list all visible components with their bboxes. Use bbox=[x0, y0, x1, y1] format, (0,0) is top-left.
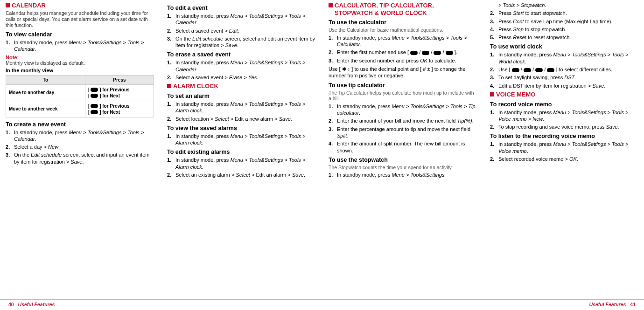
column-4: > Tools > Stopwatch. Press Start to star… bbox=[490, 2, 638, 180]
button-icon bbox=[91, 94, 98, 98]
sec-use-stopwatch: To use the stopwatch bbox=[329, 157, 477, 163]
square-icon bbox=[329, 3, 333, 7]
tip-desc: The Tip Calculator helps you calculate h… bbox=[329, 90, 477, 102]
step: On the Edit schedule screen, select and … bbox=[167, 35, 315, 49]
step: In standby mode, press Menu > Tools&Sett… bbox=[490, 141, 638, 154]
step: Select location > Select > Edit a new al… bbox=[167, 116, 315, 122]
step: Use [ / / / ] to select different cities… bbox=[490, 66, 638, 73]
note-label: Note: bbox=[6, 55, 154, 60]
sec-world-clock: To use world clock bbox=[490, 43, 638, 50]
edit-event-steps: In standby mode, press Menu > Tools&Sett… bbox=[167, 13, 315, 48]
table-cell: Move to another day bbox=[6, 84, 85, 101]
button-icon bbox=[512, 68, 519, 72]
square-icon bbox=[167, 84, 171, 88]
step: In standby mode, press Menu > Tools&Sett… bbox=[329, 172, 477, 178]
table-cell: Move to another week bbox=[6, 101, 85, 117]
step: Select a day > New. bbox=[6, 144, 154, 150]
view-alarms-steps: In standby mode, press Menu > Tools&Sett… bbox=[167, 133, 315, 146]
step: In standby mode, press Menu > Tools&Sett… bbox=[490, 109, 638, 123]
step: Select an existing alarm > Select > Edit… bbox=[167, 172, 315, 178]
step: In standby mode, press Menu > Tools&Sett… bbox=[6, 39, 154, 53]
sec-listen-memo: To listen to the recording voice memo bbox=[490, 133, 638, 139]
step: To stop recording and save voice memo, p… bbox=[490, 124, 638, 130]
heading-calendar: CALENDAR bbox=[6, 2, 154, 9]
create-event-steps: In standby mode, press Menu > Tools&Sett… bbox=[6, 129, 154, 165]
column-3: CALCULATOR, TIP CALCULATOR, STOPWATCH & … bbox=[329, 2, 477, 180]
table-row: Move to another week [ ] for Previous [ … bbox=[6, 101, 154, 117]
footer-left: 40 Useful Features bbox=[6, 302, 55, 307]
step: In standby mode, press Menu > Tools&Sett… bbox=[329, 103, 477, 117]
record-memo-steps: In standby mode, press Menu > Tools&Sett… bbox=[490, 109, 638, 131]
page-footer: 40 Useful Features Useful Features 41 bbox=[0, 299, 644, 307]
star-icon: ✱ bbox=[342, 66, 346, 72]
calc-desc: Use the Calculator for basic mathematica… bbox=[329, 27, 477, 33]
edit-alarms-steps: In standby mode, press Menu > Tools&Sett… bbox=[167, 157, 315, 178]
button-icon bbox=[535, 68, 543, 72]
step: Press Reset to reset stopwatch. bbox=[490, 34, 638, 41]
calc-note: Use [ ✱ ↕ ] to use the decimal point and… bbox=[329, 66, 477, 79]
sec-erase-event: To erase a saved event bbox=[167, 51, 315, 58]
footer-right: Useful Features 41 bbox=[589, 302, 638, 307]
button-icon bbox=[91, 88, 98, 92]
view-calendar-steps: In standby mode, press Menu > Tools&Sett… bbox=[6, 39, 154, 53]
sec-create-event: To create a new event bbox=[6, 121, 154, 128]
button-icon bbox=[524, 68, 531, 72]
hash-icon: # bbox=[423, 66, 426, 72]
step: In standby mode, press Menu > Tools&Sett… bbox=[329, 34, 477, 48]
sec-use-tip: To use tip calculator bbox=[329, 82, 477, 89]
page-number: 41 bbox=[630, 302, 636, 307]
step: Press Stop to stop stopwatch. bbox=[490, 26, 638, 33]
step: Enter the amount of split number. The ne… bbox=[329, 140, 477, 154]
tip-steps: In standby mode, press Menu > Tools&Sett… bbox=[329, 103, 477, 154]
step: In standby mode, press Menu > Tools&Sett… bbox=[6, 129, 154, 143]
stopwatch-steps-cont: Press Start to start stopwatch. Press Co… bbox=[490, 10, 638, 41]
sec-edit-alarms: To edit existing alarms bbox=[167, 149, 315, 155]
table-header: Press bbox=[85, 75, 154, 84]
step: Enter the amount of your bill and move t… bbox=[329, 117, 477, 124]
sec-edit-event: To edit a event bbox=[167, 5, 315, 11]
stopwatch-start-steps: In standby mode, press Menu > Tools&Sett… bbox=[329, 172, 477, 178]
button-icon bbox=[446, 51, 453, 55]
button-icon bbox=[547, 68, 554, 72]
step: Select a saved event > Edit. bbox=[167, 28, 315, 34]
listen-memo-steps: In standby mode, press Menu > Tools&Sett… bbox=[490, 141, 638, 162]
step: Select recorded voice memo > OK. bbox=[490, 156, 638, 162]
step: To set daylight saving, press DST. bbox=[490, 74, 638, 81]
button-icon bbox=[422, 51, 429, 55]
note-text: Monthly view is displayed as default. bbox=[6, 60, 154, 66]
table-cell: [ ] for Previous [ ] for Next bbox=[85, 84, 154, 101]
world-clock-steps: In standby mode, press Menu > Tools&Sett… bbox=[490, 51, 638, 89]
sec-view-calendar: To view calendar bbox=[6, 31, 154, 38]
square-icon bbox=[6, 3, 10, 7]
step: Enter the first number and use [ / / / ]… bbox=[329, 49, 477, 55]
monthly-view-table: To Press Move to another day [ ] for Pre… bbox=[6, 75, 154, 117]
button-icon bbox=[410, 51, 418, 55]
footer-title: Useful Features bbox=[18, 302, 55, 307]
sec-set-alarm: To set an alarm bbox=[167, 93, 315, 99]
step: In standby mode, press Menu > Tools&Sett… bbox=[490, 51, 638, 65]
step: Select a saved event > Erase > Yes. bbox=[167, 74, 315, 81]
monthly-view-title: In the monthly view bbox=[6, 68, 154, 73]
button-icon bbox=[91, 104, 98, 108]
step: Press Cont to save Lap time (Max eight L… bbox=[490, 18, 638, 25]
page-number: 40 bbox=[8, 302, 14, 307]
step: In standby mode, press Menu > Tools&Sett… bbox=[167, 101, 315, 114]
step: On the Edit schedule screen, select and … bbox=[6, 152, 154, 165]
step: In standby mode, press Menu > Tools&Sett… bbox=[167, 59, 315, 73]
step: In standby mode, press Menu > Tools&Sett… bbox=[167, 133, 315, 146]
column-2: To edit a event In standby mode, press M… bbox=[167, 2, 315, 180]
heading-text: CALENDAR bbox=[12, 2, 46, 9]
step: Press Start to start stopwatch. bbox=[490, 10, 638, 16]
footer-title: Useful Features bbox=[589, 302, 626, 307]
table-cell: [ ] for Previous [ ] for Next bbox=[85, 101, 154, 117]
step: Edit a DST item by item for registration… bbox=[490, 83, 638, 89]
sec-record-memo: To record voice memo bbox=[490, 101, 638, 108]
step: In standby mode, press Menu > Tools&Sett… bbox=[167, 157, 315, 170]
button-icon bbox=[91, 110, 98, 114]
heading-voice-memo: VOICE MEMO bbox=[490, 91, 638, 98]
use-calculator-steps: In standby mode, press Menu > Tools&Sett… bbox=[329, 34, 477, 64]
step: In standby mode, press Menu > Tools&Sett… bbox=[167, 13, 315, 26]
heading-alarm: ALARM CLOCK bbox=[167, 83, 315, 90]
square-icon bbox=[490, 92, 494, 96]
set-alarm-steps: In standby mode, press Menu > Tools&Sett… bbox=[167, 101, 315, 122]
